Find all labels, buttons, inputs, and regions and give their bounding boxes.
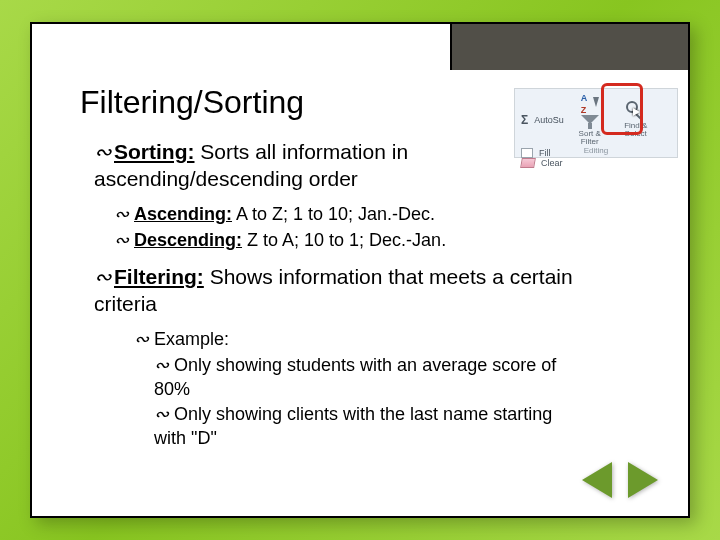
bullet-example: ∾Example: — [134, 328, 650, 352]
descending-text: Z to A; 10 to 1; Dec.-Jan. — [242, 230, 446, 250]
bullet-filtering: ∾Filtering: Shows information that meets… — [94, 264, 614, 318]
bullet-icon: ∾ — [134, 328, 152, 352]
bullet-icon: ∾ — [154, 403, 172, 427]
slide-stage: Filtering/Sorting ∾Sorting: Sorts all in… — [0, 0, 720, 540]
title-tab-decor — [450, 22, 690, 70]
sort-az-icon: AZ — [579, 93, 601, 115]
bullet-icon: ∾ — [114, 229, 132, 253]
bullet-icon: ∾ — [154, 354, 172, 378]
sorting-label: Sorting: — [114, 140, 194, 163]
bullet-example-2: ∾Only showing clients with the last name… — [154, 403, 574, 451]
bullet-sorting: ∾Sorting: Sorts all information in ascen… — [94, 139, 454, 193]
bullet-example-1: ∾Only showing students with an average s… — [154, 354, 574, 402]
descending-label: Descending: — [134, 230, 242, 250]
ascending-text: A to Z; 1 to 10; Jan.-Dec. — [232, 204, 435, 224]
slide-nav — [582, 462, 658, 498]
prev-slide-button[interactable] — [582, 462, 612, 498]
bullet-ascending: ∾Ascending: A to Z; 1 to 10; Jan.-Dec. — [114, 203, 650, 227]
bullet-icon: ∾ — [114, 203, 132, 227]
ribbon-group-label: Editing — [515, 146, 677, 155]
ascending-label: Ascending: — [134, 204, 232, 224]
slide-card: Filtering/Sorting ∾Sorting: Sorts all in… — [30, 22, 690, 518]
sigma-icon: Σ — [521, 113, 528, 127]
funnel-icon — [581, 115, 599, 129]
next-slide-button[interactable] — [628, 462, 658, 498]
autosum-label: AutoSu — [534, 115, 564, 125]
filtering-label: Filtering: — [114, 265, 204, 288]
bullet-descending: ∾Descending: Z to A; 10 to 1; Dec.-Jan. — [114, 229, 650, 253]
example-label: Example: — [154, 329, 229, 349]
clear-label: Clear — [541, 158, 563, 168]
excel-ribbon-snippet: Σ AutoSu AZ Sort & Filter Find & Select … — [514, 88, 678, 158]
highlight-annotation — [601, 83, 643, 135]
clear-icon — [520, 158, 536, 168]
bullet-icon: ∾ — [94, 139, 112, 166]
example-2-text: Only showing clients with the last name … — [154, 404, 552, 448]
example-1-text: Only showing students with an average sc… — [154, 355, 556, 399]
bullet-icon: ∾ — [94, 264, 112, 291]
